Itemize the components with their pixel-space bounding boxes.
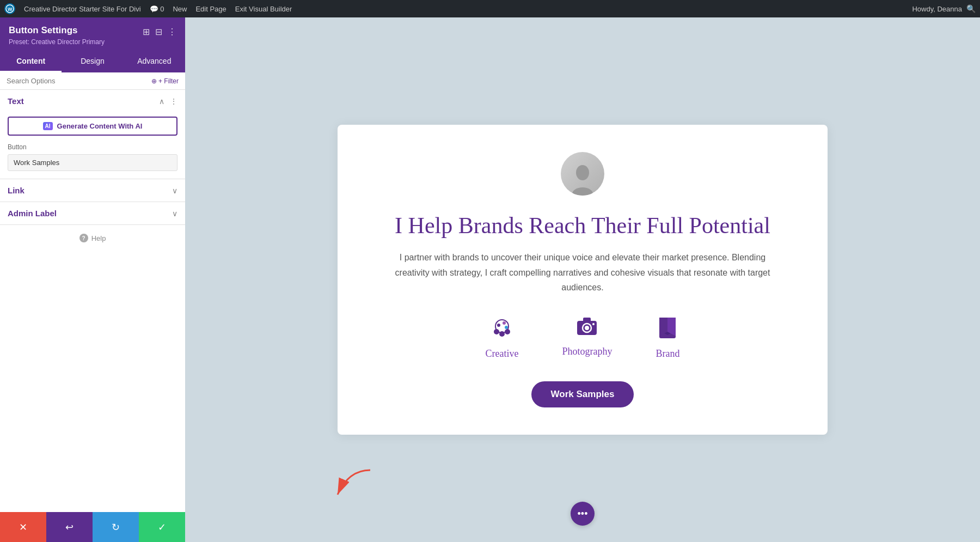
admin-label-section-header[interactable]: Admin Label ∨: [0, 202, 185, 224]
sub-text: I partner with brands to uncover their u…: [392, 250, 773, 295]
help-icon: ?: [79, 234, 88, 242]
help-label: Help: [91, 234, 106, 242]
brand-icon: [658, 316, 677, 343]
wp-logo-icon: W: [4, 3, 15, 14]
left-panel: Button Settings ⊞ ⊟ ⋮ Preset: Creative D…: [0, 17, 185, 542]
services-row: Creative Photography: [370, 316, 795, 360]
collapse-icon[interactable]: ∧: [159, 97, 164, 106]
filter-icon: ⊕: [151, 77, 157, 85]
right-canvas: I Help Brands Reach Their Full Potential…: [185, 17, 980, 542]
service-item-creative: Creative: [486, 316, 519, 360]
panel-content: ⊕ + Filter Text ∧ ⋮ AI Generate Content …: [0, 72, 185, 512]
photography-icon: [576, 316, 598, 340]
search-icon[interactable]: 🔍: [966, 4, 976, 13]
svg-point-7: [497, 324, 500, 327]
svg-point-2: [576, 165, 589, 180]
ai-generate-label: Generate Content With AI: [57, 122, 143, 130]
search-input[interactable]: [7, 77, 147, 85]
help-row[interactable]: ? Help: [0, 225, 185, 251]
grid-view-button[interactable]: ⊟: [155, 27, 162, 37]
comment-bubble-icon: 💬 0: [150, 5, 164, 13]
admin-label-section-title: Admin Label: [8, 209, 57, 218]
new-link[interactable]: New: [173, 5, 187, 13]
svg-point-14: [592, 323, 595, 325]
cancel-icon: ✕: [19, 521, 27, 533]
save-button[interactable]: ✓: [139, 512, 185, 542]
link-section: Link ∨: [0, 179, 185, 202]
button-field-group: Button: [0, 143, 185, 179]
text-section: Text ∧ ⋮ AI Generate Content With AI But…: [0, 90, 185, 179]
avatar: [561, 152, 604, 196]
photography-label: Photography: [562, 346, 612, 357]
focus-mode-button[interactable]: ⊞: [143, 27, 150, 37]
main-heading: I Help Brands Reach Their Full Potential: [370, 212, 795, 239]
svg-point-9: [505, 326, 508, 329]
undo-button[interactable]: ↩: [46, 512, 93, 542]
admin-label-section: Admin Label ∨: [0, 202, 185, 225]
panel-tabs: Content Design Advanced: [0, 51, 185, 72]
service-item-photography: Photography: [562, 316, 612, 360]
button-field-label: Button: [8, 143, 177, 151]
svg-rect-13: [583, 318, 591, 322]
svg-point-5: [499, 331, 505, 337]
link-expand-icon[interactable]: ∨: [172, 186, 177, 195]
cta-button[interactable]: Work Samples: [531, 381, 634, 407]
undo-icon: ↩: [65, 521, 74, 533]
creative-label: Creative: [486, 348, 519, 360]
text-section-title: Text: [8, 96, 24, 106]
brand-label: Brand: [656, 348, 679, 360]
creative-icon: [491, 316, 513, 343]
cancel-button[interactable]: ✕: [0, 512, 46, 542]
svg-text:W: W: [8, 7, 13, 12]
wp-admin-bar: W Creative Director Starter Site For Div…: [0, 0, 980, 17]
save-icon: ✓: [158, 521, 166, 533]
section-more-icon[interactable]: ⋮: [170, 97, 177, 106]
svg-point-4: [494, 329, 499, 334]
search-bar: ⊕ + Filter: [0, 72, 185, 90]
tab-design[interactable]: Design: [62, 51, 123, 72]
link-section-title: Link: [8, 186, 24, 195]
site-name[interactable]: Creative Director Starter Site For Divi: [24, 5, 141, 13]
svg-point-8: [503, 321, 506, 325]
svg-point-6: [505, 329, 510, 334]
filter-button[interactable]: ⊕ + Filter: [151, 77, 179, 85]
arrow-indicator: [327, 465, 381, 505]
content-card: I Help Brands Reach Their Full Potential…: [338, 125, 828, 435]
dots-icon: •••: [578, 508, 588, 520]
panel-title: Button Settings: [9, 25, 78, 36]
panel-header: Button Settings ⊞ ⊟ ⋮ Preset: Creative D…: [0, 17, 185, 51]
svg-point-12: [585, 326, 589, 330]
ai-generate-button[interactable]: AI Generate Content With AI: [8, 117, 177, 136]
more-options-button[interactable]: ⋮: [168, 27, 176, 37]
howdy-label: Howdy, Deanna: [912, 5, 962, 13]
ai-icon: AI: [43, 122, 53, 130]
edit-page-link[interactable]: Edit Page: [195, 5, 226, 13]
admin-label-expand-icon[interactable]: ∨: [172, 209, 177, 218]
redo-button[interactable]: ↻: [93, 512, 139, 542]
floating-dots-button[interactable]: •••: [571, 502, 595, 526]
service-item-brand: Brand: [656, 316, 679, 360]
tab-advanced[interactable]: Advanced: [124, 51, 185, 72]
redo-icon: ↻: [112, 521, 120, 533]
link-section-header[interactable]: Link ∨: [0, 179, 185, 202]
text-section-header[interactable]: Text ∧ ⋮: [0, 90, 185, 112]
tab-content[interactable]: Content: [0, 51, 62, 72]
panel-preset[interactable]: Preset: Creative Director Primary: [9, 38, 176, 46]
exit-builder-link[interactable]: Exit Visual Builder: [235, 5, 292, 13]
button-field-input[interactable]: [8, 154, 177, 171]
bottom-bar: ✕ ↩ ↻ ✓: [0, 512, 185, 542]
